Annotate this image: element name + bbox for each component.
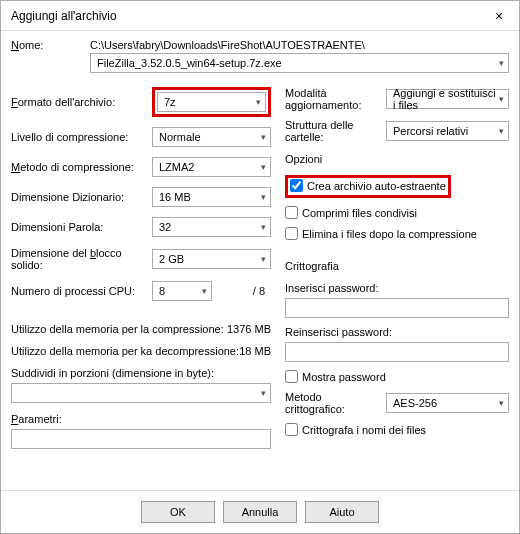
crypto-method-label: Metodo crittografico:	[285, 391, 380, 415]
split-select[interactable]: ▾	[11, 383, 271, 403]
folder-struct-row: Struttura delle cartelle: Percorsi relat…	[285, 119, 509, 143]
dict-size-row: Dimensione Dizionario: 16 MB ▾	[11, 187, 271, 207]
dialog-window: Aggiungi all'archivio × NNome:ome: C:\Us…	[0, 0, 520, 534]
delete-after-checkbox-input[interactable]	[285, 227, 298, 240]
cpu-label: Numero di processi CPU:	[11, 285, 146, 297]
window-title: Aggiungi all'archivio	[11, 9, 489, 23]
method-select[interactable]: LZMA2 ▾	[152, 157, 271, 177]
dict-select[interactable]: 16 MB ▾	[152, 187, 271, 207]
sfx-checkbox-input[interactable]	[290, 179, 303, 192]
crypto-method-select[interactable]: AES-256 ▾	[386, 393, 509, 413]
right-column: Modalità aggiornamento: Aggiungi e sosti…	[285, 87, 509, 449]
chevron-down-icon: ▾	[256, 97, 261, 107]
compression-method-row: Metodo di compressione: LZMA2 ▾	[11, 157, 271, 177]
chevron-down-icon: ▾	[499, 58, 504, 68]
update-mode-row: Modalità aggiornamento: Aggiungi e sosti…	[285, 87, 509, 111]
format-highlight: 7z ▾	[152, 87, 271, 117]
password-section: Inserisci password:	[285, 282, 509, 318]
cancel-button[interactable]: Annulla	[223, 501, 297, 523]
block-label: Dimensione del blocco solido:	[11, 247, 146, 271]
content-area: NNome:ome: C:\Users\fabry\Downloads\Fire…	[1, 31, 519, 490]
chevron-down-icon: ▾	[261, 132, 266, 142]
update-select[interactable]: Aggiungi e sostituisci i files ▾	[386, 89, 509, 109]
pw2-label: Reinserisci password:	[285, 326, 509, 338]
mem-compress-value: 1376 MB	[227, 323, 271, 335]
close-icon[interactable]: ×	[489, 8, 509, 24]
encrypt-names-checkbox[interactable]: Crittografa i nomi dei files	[285, 423, 509, 436]
options-title: Opzioni	[285, 153, 509, 165]
delete-after-checkbox[interactable]: Elimina i files dopo la compressione	[285, 227, 509, 240]
block-select[interactable]: 2 GB ▾	[152, 249, 271, 269]
password2-section: Reinserisci password:	[285, 326, 509, 362]
archive-filename-input[interactable]: FileZilla_3.52.0.5_win64-setup.7z.exe ▾	[90, 53, 509, 73]
name-label: NNome:ome:	[11, 39, 86, 51]
chevron-down-icon: ▾	[261, 388, 266, 398]
format-select[interactable]: 7z ▾	[157, 92, 266, 112]
level-label: Livello di compressione:	[11, 131, 146, 143]
mem-decompress-row: Utilizzo della memoria per ka decompress…	[11, 345, 271, 357]
mem-compress-label: Utilizzo della memoria per la compressio…	[11, 323, 224, 335]
compression-level-row: Livello di compressione: Normale ▾	[11, 127, 271, 147]
shared-checkbox-input[interactable]	[285, 206, 298, 219]
columns: Formato dell'archivio: 7z ▾ Livello di c…	[11, 87, 509, 449]
shared-checkbox[interactable]: Comprimi files condivisi	[285, 206, 509, 219]
password-input[interactable]	[285, 298, 509, 318]
params-input[interactable]	[11, 429, 271, 449]
mem-decompress-label: Utilizzo della memoria per ka decompress…	[11, 345, 239, 357]
name-fields: C:\Users\fabry\Downloads\FireShot\AUTOES…	[90, 39, 509, 73]
chevron-down-icon: ▾	[261, 222, 266, 232]
titlebar: Aggiungi all'archivio ×	[1, 1, 519, 31]
encrypt-names-checkbox-input[interactable]	[285, 423, 298, 436]
cpu-select[interactable]: 8 ▾	[152, 281, 212, 301]
dict-label: Dimensione Dizionario:	[11, 191, 146, 203]
struct-label: Struttura delle cartelle:	[285, 119, 380, 143]
sfx-highlight: Crea archivio auto-estraente	[285, 175, 451, 198]
pw-label: Inserisci password:	[285, 282, 509, 294]
show-password-checkbox-input[interactable]	[285, 370, 298, 383]
sfx-checkbox[interactable]: Crea archivio auto-estraente	[290, 179, 446, 192]
params-label: Parametri:	[11, 413, 271, 425]
left-column: Formato dell'archivio: 7z ▾ Livello di c…	[11, 87, 271, 449]
help-button[interactable]: Aiuto	[305, 501, 379, 523]
struct-select[interactable]: Percorsi relativi ▾	[386, 121, 509, 141]
chevron-down-icon: ▾	[261, 162, 266, 172]
ok-button[interactable]: OK	[141, 501, 215, 523]
word-label: Dimensioni Parola:	[11, 221, 146, 233]
crypto-title: Crittografia	[285, 260, 509, 272]
password-confirm-input[interactable]	[285, 342, 509, 362]
cpu-total: / 8	[218, 285, 271, 297]
archive-path: C:\Users\fabry\Downloads\FireShot\AUTOES…	[90, 39, 509, 51]
word-select[interactable]: 32 ▾	[152, 217, 271, 237]
split-section: Suddividi in porzioni (dimensione in byt…	[11, 367, 271, 403]
show-password-checkbox[interactable]: Mostra password	[285, 370, 509, 383]
crypto-method-row: Metodo crittografico: AES-256 ▾	[285, 391, 509, 415]
word-size-row: Dimensioni Parola: 32 ▾	[11, 217, 271, 237]
format-label: Formato dell'archivio:	[11, 96, 146, 108]
level-select[interactable]: Normale ▾	[152, 127, 271, 147]
chevron-down-icon: ▾	[261, 254, 266, 264]
chevron-down-icon: ▾	[499, 94, 504, 104]
button-bar: OK Annulla Aiuto	[1, 490, 519, 533]
mem-compress-row: Utilizzo della memoria per la compressio…	[11, 323, 271, 335]
params-section: Parametri:	[11, 413, 271, 449]
archive-format-row: Formato dell'archivio: 7z ▾	[11, 87, 271, 117]
chevron-down-icon: ▾	[261, 192, 266, 202]
chevron-down-icon: ▾	[499, 398, 504, 408]
split-label: Suddividi in porzioni (dimensione in byt…	[11, 367, 271, 379]
cpu-threads-row: Numero di processi CPU: 8 ▾ / 8	[11, 281, 271, 301]
solid-block-row: Dimensione del blocco solido: 2 GB ▾	[11, 247, 271, 271]
chevron-down-icon: ▾	[202, 286, 207, 296]
mem-decompress-value: 18 MB	[239, 345, 271, 357]
archive-name-row: NNome:ome: C:\Users\fabry\Downloads\Fire…	[11, 39, 509, 73]
chevron-down-icon: ▾	[499, 126, 504, 136]
method-label: Metodo di compressione:	[11, 161, 146, 173]
update-label: Modalità aggiornamento:	[285, 87, 380, 111]
